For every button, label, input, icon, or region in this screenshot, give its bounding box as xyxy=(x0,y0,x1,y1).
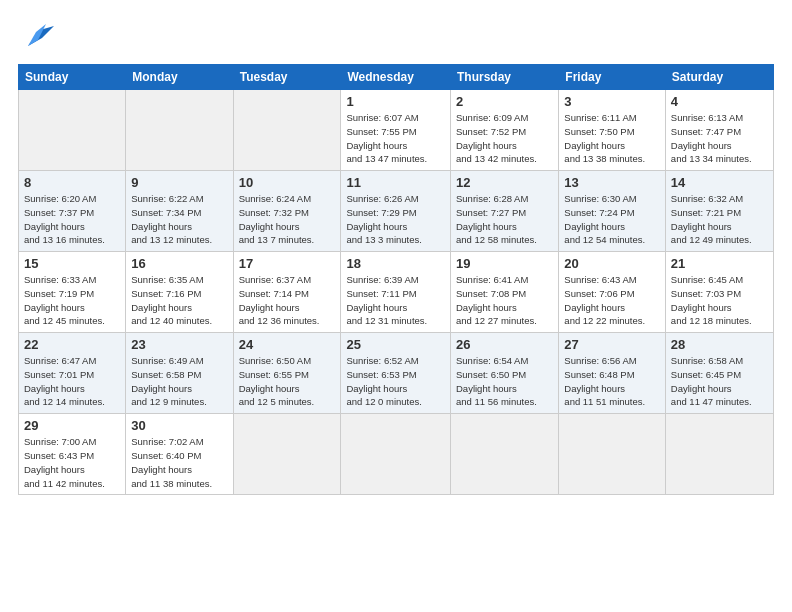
table-row: 22 Sunrise: 6:47 AM Sunset: 7:01 PM Dayl… xyxy=(19,333,126,414)
day-number: 4 xyxy=(671,94,768,109)
table-row: 16 Sunrise: 6:35 AM Sunset: 7:16 PM Dayl… xyxy=(126,252,233,333)
day-info: Sunrise: 7:02 AM Sunset: 6:40 PM Dayligh… xyxy=(131,435,227,490)
header xyxy=(18,18,774,54)
table-row: 28 Sunrise: 6:58 AM Sunset: 6:45 PM Dayl… xyxy=(665,333,773,414)
day-number: 20 xyxy=(564,256,660,271)
day-info: Sunrise: 6:13 AM Sunset: 7:47 PM Dayligh… xyxy=(671,111,768,166)
day-info: Sunrise: 6:30 AM Sunset: 7:24 PM Dayligh… xyxy=(564,192,660,247)
table-row: 10 Sunrise: 6:24 AM Sunset: 7:32 PM Dayl… xyxy=(233,171,341,252)
table-row: 4 Sunrise: 6:13 AM Sunset: 7:47 PM Dayli… xyxy=(665,90,773,171)
day-info: Sunrise: 6:54 AM Sunset: 6:50 PM Dayligh… xyxy=(456,354,553,409)
table-row: 11 Sunrise: 6:26 AM Sunset: 7:29 PM Dayl… xyxy=(341,171,451,252)
day-number: 14 xyxy=(671,175,768,190)
table-row: 20 Sunrise: 6:43 AM Sunset: 7:06 PM Dayl… xyxy=(559,252,666,333)
calendar-week-row: 22 Sunrise: 6:47 AM Sunset: 7:01 PM Dayl… xyxy=(19,333,774,414)
day-info: Sunrise: 6:45 AM Sunset: 7:03 PM Dayligh… xyxy=(671,273,768,328)
calendar-week-row: 8 Sunrise: 6:20 AM Sunset: 7:37 PM Dayli… xyxy=(19,171,774,252)
day-info: Sunrise: 6:09 AM Sunset: 7:52 PM Dayligh… xyxy=(456,111,553,166)
table-row: 2 Sunrise: 6:09 AM Sunset: 7:52 PM Dayli… xyxy=(451,90,559,171)
table-row xyxy=(341,414,451,495)
day-number: 2 xyxy=(456,94,553,109)
table-row: 8 Sunrise: 6:20 AM Sunset: 7:37 PM Dayli… xyxy=(19,171,126,252)
table-row: 1 Sunrise: 6:07 AM Sunset: 7:55 PM Dayli… xyxy=(341,90,451,171)
col-wednesday: Wednesday xyxy=(341,65,451,90)
table-row: 9 Sunrise: 6:22 AM Sunset: 7:34 PM Dayli… xyxy=(126,171,233,252)
table-row: 25 Sunrise: 6:52 AM Sunset: 6:53 PM Dayl… xyxy=(341,333,451,414)
day-info: Sunrise: 6:41 AM Sunset: 7:08 PM Dayligh… xyxy=(456,273,553,328)
day-info: Sunrise: 6:35 AM Sunset: 7:16 PM Dayligh… xyxy=(131,273,227,328)
day-info: Sunrise: 6:26 AM Sunset: 7:29 PM Dayligh… xyxy=(346,192,445,247)
day-info: Sunrise: 6:07 AM Sunset: 7:55 PM Dayligh… xyxy=(346,111,445,166)
table-row: 27 Sunrise: 6:56 AM Sunset: 6:48 PM Dayl… xyxy=(559,333,666,414)
page: Sunday Monday Tuesday Wednesday Thursday… xyxy=(0,0,792,505)
col-friday: Friday xyxy=(559,65,666,90)
table-row: 26 Sunrise: 6:54 AM Sunset: 6:50 PM Dayl… xyxy=(451,333,559,414)
calendar-week-row: 29 Sunrise: 7:00 AM Sunset: 6:43 PM Dayl… xyxy=(19,414,774,495)
day-info: Sunrise: 6:20 AM Sunset: 7:37 PM Dayligh… xyxy=(24,192,120,247)
day-number: 24 xyxy=(239,337,336,352)
day-number: 25 xyxy=(346,337,445,352)
table-row: 14 Sunrise: 6:32 AM Sunset: 7:21 PM Dayl… xyxy=(665,171,773,252)
calendar-table: Sunday Monday Tuesday Wednesday Thursday… xyxy=(18,64,774,495)
day-info: Sunrise: 6:22 AM Sunset: 7:34 PM Dayligh… xyxy=(131,192,227,247)
day-info: Sunrise: 6:33 AM Sunset: 7:19 PM Dayligh… xyxy=(24,273,120,328)
day-number: 27 xyxy=(564,337,660,352)
day-number: 1 xyxy=(346,94,445,109)
day-number: 30 xyxy=(131,418,227,433)
day-number: 29 xyxy=(24,418,120,433)
day-info: Sunrise: 6:39 AM Sunset: 7:11 PM Dayligh… xyxy=(346,273,445,328)
col-saturday: Saturday xyxy=(665,65,773,90)
day-number: 28 xyxy=(671,337,768,352)
day-number: 26 xyxy=(456,337,553,352)
day-number: 21 xyxy=(671,256,768,271)
col-thursday: Thursday xyxy=(451,65,559,90)
calendar-header-row: Sunday Monday Tuesday Wednesday Thursday… xyxy=(19,65,774,90)
table-row: 3 Sunrise: 6:11 AM Sunset: 7:50 PM Dayli… xyxy=(559,90,666,171)
table-row xyxy=(233,90,341,171)
day-number: 18 xyxy=(346,256,445,271)
table-row xyxy=(559,414,666,495)
day-info: Sunrise: 6:28 AM Sunset: 7:27 PM Dayligh… xyxy=(456,192,553,247)
day-info: Sunrise: 6:56 AM Sunset: 6:48 PM Dayligh… xyxy=(564,354,660,409)
day-number: 13 xyxy=(564,175,660,190)
table-row: 21 Sunrise: 6:45 AM Sunset: 7:03 PM Dayl… xyxy=(665,252,773,333)
col-monday: Monday xyxy=(126,65,233,90)
day-number: 22 xyxy=(24,337,120,352)
day-info: Sunrise: 6:58 AM Sunset: 6:45 PM Dayligh… xyxy=(671,354,768,409)
day-info: Sunrise: 6:50 AM Sunset: 6:55 PM Dayligh… xyxy=(239,354,336,409)
table-row: 24 Sunrise: 6:50 AM Sunset: 6:55 PM Dayl… xyxy=(233,333,341,414)
day-info: Sunrise: 6:43 AM Sunset: 7:06 PM Dayligh… xyxy=(564,273,660,328)
day-info: Sunrise: 6:52 AM Sunset: 6:53 PM Dayligh… xyxy=(346,354,445,409)
table-row: 12 Sunrise: 6:28 AM Sunset: 7:27 PM Dayl… xyxy=(451,171,559,252)
table-row: 23 Sunrise: 6:49 AM Sunset: 6:58 PM Dayl… xyxy=(126,333,233,414)
day-info: Sunrise: 6:11 AM Sunset: 7:50 PM Dayligh… xyxy=(564,111,660,166)
table-row: 19 Sunrise: 6:41 AM Sunset: 7:08 PM Dayl… xyxy=(451,252,559,333)
table-row xyxy=(451,414,559,495)
calendar-week-row: 15 Sunrise: 6:33 AM Sunset: 7:19 PM Dayl… xyxy=(19,252,774,333)
table-row: 15 Sunrise: 6:33 AM Sunset: 7:19 PM Dayl… xyxy=(19,252,126,333)
day-number: 12 xyxy=(456,175,553,190)
day-number: 10 xyxy=(239,175,336,190)
day-info: Sunrise: 6:47 AM Sunset: 7:01 PM Dayligh… xyxy=(24,354,120,409)
day-info: Sunrise: 6:49 AM Sunset: 6:58 PM Dayligh… xyxy=(131,354,227,409)
table-row xyxy=(233,414,341,495)
table-row: 30 Sunrise: 7:02 AM Sunset: 6:40 PM Dayl… xyxy=(126,414,233,495)
table-row: 13 Sunrise: 6:30 AM Sunset: 7:24 PM Dayl… xyxy=(559,171,666,252)
day-info: Sunrise: 7:00 AM Sunset: 6:43 PM Dayligh… xyxy=(24,435,120,490)
logo xyxy=(18,18,58,54)
day-number: 19 xyxy=(456,256,553,271)
table-row xyxy=(126,90,233,171)
col-sunday: Sunday xyxy=(19,65,126,90)
day-number: 17 xyxy=(239,256,336,271)
day-number: 23 xyxy=(131,337,227,352)
day-info: Sunrise: 6:32 AM Sunset: 7:21 PM Dayligh… xyxy=(671,192,768,247)
logo-icon xyxy=(18,18,54,54)
day-number: 15 xyxy=(24,256,120,271)
day-info: Sunrise: 6:37 AM Sunset: 7:14 PM Dayligh… xyxy=(239,273,336,328)
day-number: 16 xyxy=(131,256,227,271)
day-number: 9 xyxy=(131,175,227,190)
day-info: Sunrise: 6:24 AM Sunset: 7:32 PM Dayligh… xyxy=(239,192,336,247)
col-tuesday: Tuesday xyxy=(233,65,341,90)
calendar-week-row: 1 Sunrise: 6:07 AM Sunset: 7:55 PM Dayli… xyxy=(19,90,774,171)
day-number: 3 xyxy=(564,94,660,109)
